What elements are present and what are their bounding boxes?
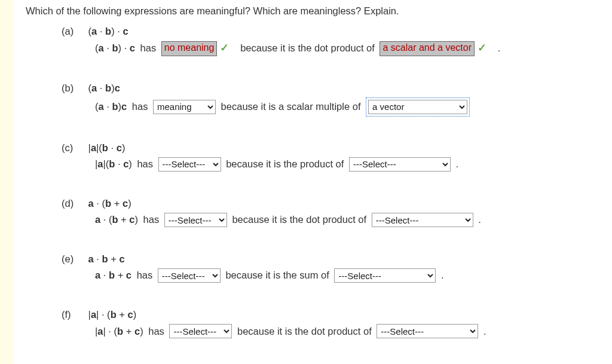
- part-c-expr: |a|(b · c): [88, 142, 126, 153]
- part-b: (b) (a · b)c (a · b)c has ---Select---me…: [62, 81, 608, 117]
- part-b-select-object[interactable]: ---Select---a vectora scalartwo scalarst…: [368, 100, 467, 114]
- part-a-expr2: (a · b) · c: [95, 41, 135, 56]
- mid-text: because it is a scalar multiple of: [218, 99, 363, 115]
- part-a-select-meaning[interactable]: no meaning: [161, 41, 218, 56]
- question-prompt: Which of the following expressions are m…: [26, 4, 608, 19]
- has-text: has: [134, 268, 155, 283]
- mid-text: because it is the product of: [224, 157, 347, 172]
- margin-strip: [0, 0, 14, 364]
- part-d-expr2: a · (b + c): [95, 212, 138, 228]
- mid-text: because it is the dot product of: [230, 212, 369, 228]
- part-b-expr: (a · b)c: [88, 82, 120, 93]
- tail-text: .: [476, 212, 481, 228]
- part-e: (e) a · b + c a · b + c has ---Select---…: [62, 252, 608, 283]
- mid-text: because it is the dot product of: [234, 324, 374, 339]
- has-text: has: [134, 157, 156, 172]
- part-e-label: (e): [62, 252, 85, 267]
- part-c: (c) |a|(b · c) |a|(b · c) has ---Select-…: [62, 140, 608, 172]
- has-text: has: [140, 212, 162, 228]
- part-f-select-meaning[interactable]: ---Select---meaningno meaning: [169, 324, 232, 338]
- check-icon: ✓: [477, 40, 487, 57]
- part-e-select-object[interactable]: ---Select---a vectora scalartwo scalarst…: [334, 268, 436, 283]
- focus-highlight: ---Select---a vectora scalartwo scalarst…: [366, 97, 470, 117]
- part-c-label: (c): [62, 140, 85, 156]
- part-e-expr2: a · b + c: [95, 268, 131, 283]
- tail-text: .: [481, 324, 486, 339]
- part-d-label: (d): [62, 196, 85, 212]
- part-d-select-object[interactable]: ---Select---a vectora scalartwo scalarst…: [372, 213, 473, 227]
- part-f-label: (f): [62, 307, 85, 323]
- part-c-expr2: |a|(b · c): [95, 157, 132, 172]
- part-c-select-object[interactable]: ---Select---a vectora scalartwo scalarst…: [349, 157, 451, 172]
- tail-text: .: [438, 268, 443, 283]
- tail-text: .: [489, 41, 500, 56]
- part-e-select-meaning[interactable]: ---Select---meaningno meaning: [158, 268, 221, 283]
- mid-text: because it is the dot product of: [232, 41, 377, 56]
- check-icon: ✓: [219, 40, 230, 57]
- part-b-expr2: (a · b)c: [95, 99, 127, 115]
- question-content: Which of the following expressions are m…: [14, 0, 612, 364]
- part-a-label: (a): [62, 24, 85, 39]
- part-d: (d) a · (b + c) a · (b + c) has ---Selec…: [62, 196, 608, 228]
- part-a-expr: (a · b) · c: [88, 26, 128, 36]
- part-f-select-object[interactable]: ---Select---a vectora scalartwo scalarst…: [377, 324, 478, 338]
- part-a: (a) (a · b) · c (a · b) · c has no meani…: [62, 24, 608, 57]
- has-text: has: [129, 99, 151, 115]
- has-text: has: [137, 41, 159, 56]
- part-b-select-meaning[interactable]: ---Select---meaningno meaning: [153, 100, 216, 114]
- part-f-expr: |a| · (b + c): [88, 309, 137, 320]
- tail-text: .: [453, 157, 458, 172]
- part-a-select-object[interactable]: a scalar and a vector: [380, 41, 475, 56]
- part-f: (f) |a| · (b + c) |a| · (b + c) has ---S…: [62, 307, 608, 339]
- part-f-expr2: |a| · (b + c): [95, 324, 143, 339]
- mid-text: because it is the sum of: [223, 268, 332, 283]
- part-b-label: (b): [62, 81, 85, 96]
- part-e-expr: a · b + c: [88, 253, 125, 264]
- part-d-select-meaning[interactable]: ---Select---meaningno meaning: [164, 213, 227, 227]
- part-c-select-meaning[interactable]: ---Select---meaningno meaning: [158, 157, 221, 172]
- has-text: has: [146, 324, 167, 339]
- part-d-expr: a · (b + c): [88, 198, 131, 209]
